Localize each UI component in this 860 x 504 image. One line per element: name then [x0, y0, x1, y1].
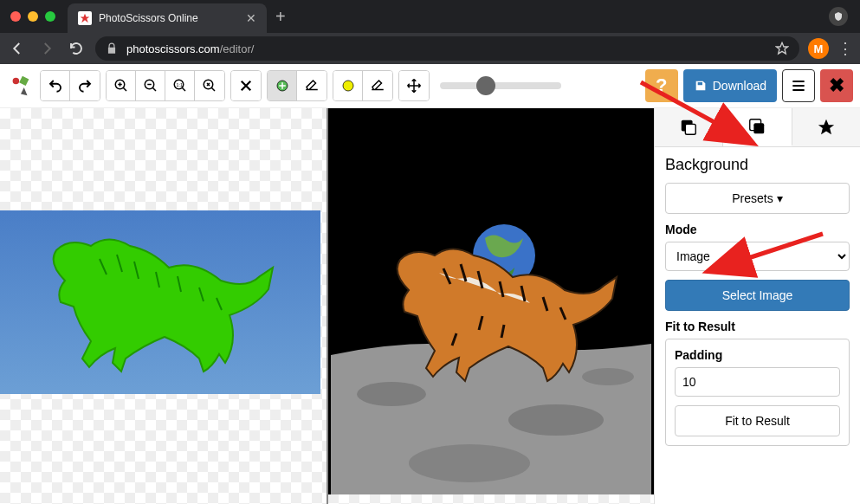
favicon-icon — [78, 11, 92, 25]
pan-button[interactable] — [399, 71, 429, 100]
browser-menu-icon[interactable]: ⋮ — [837, 39, 853, 58]
mark-background-button[interactable] — [333, 71, 363, 100]
new-tab-button[interactable]: + — [275, 7, 286, 27]
fit-heading: Fit to Result — [665, 320, 850, 333]
lock-icon — [106, 42, 118, 55]
extensions-icon[interactable] — [829, 7, 848, 26]
download-button[interactable]: Download — [683, 69, 777, 102]
mark-foreground-button[interactable] — [268, 71, 297, 100]
browser-chrome: PhotoScissors Online ✕ + photoscissors.c… — [0, 0, 860, 64]
tab-effects[interactable] — [792, 108, 860, 146]
caret-down-icon: ▾ — [777, 191, 783, 205]
sidebar-tabs — [655, 108, 860, 147]
url-host: photoscissors.com — [126, 42, 220, 55]
undo-button[interactable] — [41, 71, 70, 100]
redo-button[interactable] — [70, 71, 100, 100]
save-icon — [694, 79, 708, 93]
back-button[interactable] — [7, 38, 28, 59]
app-logo-icon — [7, 72, 35, 100]
tab-foreground[interactable] — [655, 108, 723, 146]
svg-rect-18 — [754, 123, 765, 133]
bookmark-icon[interactable] — [775, 42, 789, 55]
app-toolbar: 1:1 ? Download ✖ — [0, 64, 860, 108]
help-button[interactable]: ? — [645, 69, 678, 102]
fit-group: Padding Fit to Result — [665, 339, 850, 446]
tab-background[interactable] — [723, 108, 792, 146]
zoom-in-button[interactable] — [107, 71, 136, 100]
panel-heading: Background — [665, 156, 850, 174]
zoom-out-button[interactable] — [136, 71, 165, 100]
tab-title: PhotoScissors Online — [99, 12, 239, 24]
app: 1:1 ? Download ✖ — [0, 64, 860, 504]
close-window-dot[interactable] — [10, 11, 21, 22]
padding-label: Padding — [675, 348, 840, 362]
result-image — [328, 108, 655, 494]
window-controls — [10, 11, 55, 22]
presets-dropdown[interactable]: Presets ▾ — [665, 183, 850, 214]
background-tab-icon — [747, 117, 766, 136]
mark-bg-group — [333, 70, 393, 101]
sidebar: Background Presets ▾ Mode Image Select I… — [654, 108, 860, 504]
profile-avatar[interactable]: M — [808, 38, 829, 59]
brush-size-slider[interactable] — [440, 82, 561, 89]
star-tab-icon — [817, 118, 836, 137]
mode-select[interactable]: Image — [665, 242, 850, 271]
reload-button[interactable] — [66, 38, 87, 59]
workspace: Background Presets ▾ Mode Image Select I… — [0, 108, 860, 504]
maximize-window-dot[interactable] — [45, 11, 55, 22]
background-panel: Background Presets ▾ Mode Image Select I… — [655, 147, 860, 455]
svg-point-11 — [357, 382, 426, 406]
foreground-tab-icon — [679, 118, 698, 137]
tab-close-icon[interactable]: ✕ — [246, 11, 256, 25]
svg-text:1:1: 1:1 — [176, 82, 182, 87]
browser-tab[interactable]: PhotoScissors Online ✕ — [68, 3, 267, 33]
svg-point-14 — [582, 368, 634, 385]
svg-point-8 — [343, 81, 353, 91]
move-group — [398, 70, 430, 101]
result-pane[interactable] — [327, 108, 655, 504]
mark-tools-group — [267, 70, 327, 101]
download-label: Download — [713, 79, 766, 93]
source-pane[interactable] — [0, 108, 327, 504]
fit-to-result-button[interactable]: Fit to Result — [675, 405, 840, 436]
clear-group — [230, 70, 262, 101]
minimize-window-dot[interactable] — [28, 11, 38, 22]
forward-button — [36, 38, 57, 59]
clear-button[interactable] — [231, 71, 261, 100]
zoom-fit-button[interactable] — [195, 71, 224, 100]
address-bar[interactable]: photoscissors.com/editor/ — [95, 36, 799, 61]
zoom-actual-button[interactable]: 1:1 — [165, 71, 195, 100]
presets-label: Presets — [732, 191, 773, 205]
svg-rect-16 — [685, 124, 695, 134]
tab-strip: PhotoScissors Online ✕ + — [0, 0, 860, 33]
canvas-area — [0, 108, 654, 504]
app-close-button[interactable]: ✖ — [820, 69, 853, 102]
url-path: /editor/ — [220, 42, 255, 55]
toolbar-right: ? Download ✖ — [645, 69, 853, 102]
address-row: photoscissors.com/editor/ M ⋮ — [0, 33, 860, 64]
padding-input[interactable] — [675, 367, 840, 397]
source-image — [0, 210, 320, 394]
mode-label: Mode — [665, 223, 850, 236]
zoom-group: 1:1 — [106, 70, 225, 101]
undo-redo-group — [40, 70, 100, 101]
app-menu-button[interactable] — [782, 69, 815, 102]
svg-point-13 — [409, 444, 530, 482]
erase-background-button[interactable] — [363, 71, 392, 100]
select-image-button[interactable]: Select Image — [665, 280, 850, 311]
svg-marker-0 — [81, 14, 90, 23]
erase-foreground-button[interactable] — [297, 71, 327, 100]
svg-point-1 — [13, 78, 20, 85]
svg-point-12 — [508, 404, 604, 436]
